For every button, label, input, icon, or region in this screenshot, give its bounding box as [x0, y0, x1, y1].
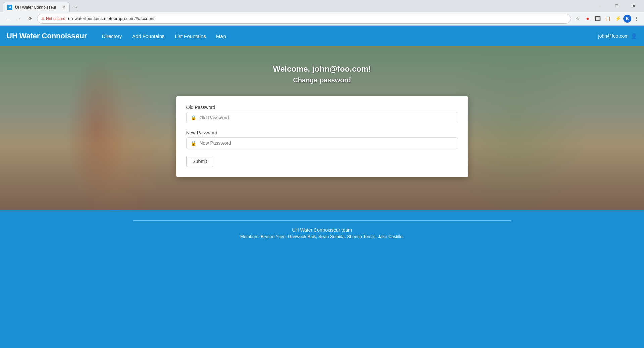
address-text: uh-waterfountains.meteorapp.com/#/accoun…: [68, 16, 154, 21]
app-brand[interactable]: UH Water Connoisseur: [7, 32, 87, 40]
submit-button[interactable]: Submit: [186, 156, 214, 167]
extension-icon-2[interactable]: 🔲: [593, 14, 602, 23]
menu-icon[interactable]: ⋮: [632, 14, 641, 23]
toolbar-icons: ☆ ● 🔲 📋 ⚡ B ⋮: [573, 14, 641, 23]
nav-links: Directory Add Fountains List Fountains M…: [97, 31, 231, 42]
nav-user-email: john@foo.com: [598, 33, 629, 39]
new-tab-button[interactable]: +: [71, 3, 81, 12]
old-password-label: Old Password: [186, 105, 458, 110]
nav-link-add-fountains[interactable]: Add Fountains: [127, 31, 170, 42]
app-navbar: UH Water Connoisseur Directory Add Fount…: [0, 26, 644, 46]
welcome-text: Welcome, john@foo.com!: [273, 64, 371, 74]
change-password-text: Change password: [273, 76, 371, 84]
address-bar[interactable]: ⚠ Not secure uh-waterfountains.meteorapp…: [37, 14, 571, 24]
new-password-label: New Password: [186, 130, 458, 135]
new-password-input[interactable]: [200, 140, 454, 146]
forward-button[interactable]: →: [14, 14, 23, 23]
back-button[interactable]: ←: [3, 14, 12, 23]
tab-title: UH Water Connoisseur: [15, 5, 56, 10]
new-password-input-wrapper: 🔒: [186, 137, 458, 149]
profile-avatar[interactable]: B: [623, 15, 631, 23]
extension-icon-1[interactable]: ●: [583, 14, 592, 23]
extension-icon-3[interactable]: 📋: [603, 14, 612, 23]
close-button[interactable]: ✕: [626, 0, 641, 12]
window-controls: ─ ❐ ✕: [592, 0, 641, 12]
old-password-lock-icon: 🔒: [191, 115, 196, 120]
footer-divider: [133, 220, 511, 221]
tab-close-button[interactable]: ×: [63, 5, 65, 10]
browser-toolbar: ← → ⟳ ⚠ Not secure uh-waterfountains.met…: [0, 12, 644, 25]
user-avatar-icon: 👤: [631, 33, 637, 39]
nav-link-list-fountains[interactable]: List Fountains: [170, 31, 211, 42]
minimize-button[interactable]: ─: [592, 0, 608, 12]
welcome-overlay: Welcome, john@foo.com! Change password: [273, 64, 371, 84]
browser-tabs: M UH Water Connoisseur × +: [3, 0, 81, 12]
old-password-input-wrapper: 🔒: [186, 112, 458, 123]
browser-chrome: M UH Water Connoisseur × + ─ ❐ ✕ ← → ⟳ ⚠…: [0, 0, 644, 26]
old-password-input[interactable]: [200, 115, 454, 120]
tab-favicon: M: [7, 5, 12, 10]
browser-tab-active[interactable]: M UH Water Connoisseur ×: [3, 2, 70, 12]
footer-background-space: [0, 249, 644, 289]
warning-icon: ⚠: [41, 16, 45, 21]
security-warning-text: Not secure: [46, 16, 65, 21]
browser-titlebar: M UH Water Connoisseur × + ─ ❐ ✕: [0, 0, 644, 12]
extensions-icon[interactable]: ⚡: [613, 14, 623, 23]
bookmark-star-icon[interactable]: ☆: [573, 14, 582, 23]
new-password-lock-icon: 🔒: [191, 140, 196, 146]
restore-button[interactable]: ❐: [609, 0, 625, 12]
change-password-form: Old Password 🔒 New Password 🔒 Submit: [176, 96, 468, 177]
nav-user[interactable]: john@foo.com 👤: [598, 33, 637, 39]
footer-team-name: UH Water Connoisseur team: [7, 227, 637, 233]
refresh-button[interactable]: ⟳: [26, 14, 35, 23]
security-warning: ⚠ Not secure: [41, 16, 65, 21]
footer-members: Members: Bryson Yuen, Gunwook Baik, Sean…: [7, 234, 637, 239]
hero-area: Welcome, john@foo.com! Change password O…: [0, 46, 644, 210]
footer: UH Water Connoisseur team Members: Bryso…: [0, 210, 644, 249]
nav-link-directory[interactable]: Directory: [97, 31, 127, 42]
nav-link-map[interactable]: Map: [211, 31, 231, 42]
